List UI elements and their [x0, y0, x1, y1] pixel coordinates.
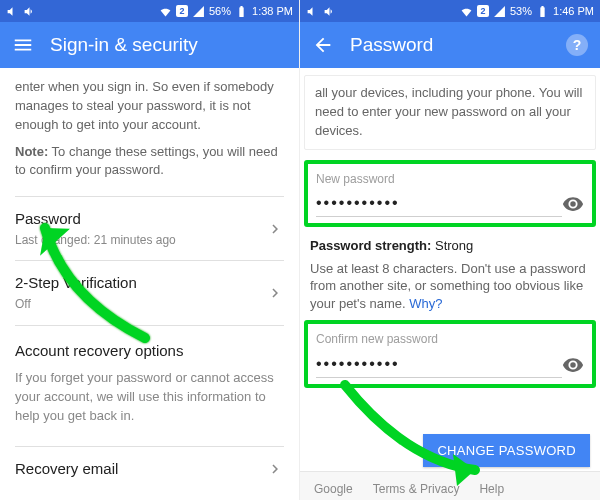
new-password-input[interactable] [316, 192, 562, 217]
settings-list: Password Last changed: 21 minutes ago 2-… [15, 196, 284, 325]
footer-help-link[interactable]: Help [479, 481, 504, 498]
signal-icon [493, 5, 506, 18]
page-title: Password [350, 34, 433, 56]
screen-sign-in-security: 2 56% 1:38 PM Sign-in & security enter w… [0, 0, 300, 500]
confirm-password-field: Confirm new password [304, 320, 596, 387]
battery-icon [536, 5, 549, 18]
signal-icon [192, 5, 205, 18]
status-bar: 2 56% 1:38 PM [0, 0, 299, 22]
item-subtitle: Off [15, 296, 137, 313]
wifi-icon [460, 5, 473, 18]
list-item-recovery-email[interactable]: Recovery email [15, 446, 284, 491]
item-title: Password [15, 208, 176, 230]
status-bar: 2 53% 1:46 PM [300, 0, 600, 22]
clock-text: 1:38 PM [252, 5, 293, 17]
content-area: enter when you sign in. So even if someb… [0, 68, 299, 500]
item-title: 2-Step Verification [15, 272, 137, 294]
page-title: Sign-in & security [50, 34, 198, 56]
back-icon[interactable] [312, 34, 334, 56]
menu-icon[interactable] [12, 34, 34, 56]
recovery-heading: Account recovery options [15, 340, 284, 362]
confirm-password-input[interactable] [316, 353, 562, 378]
info-text: all your devices, including your phone. … [315, 85, 582, 138]
screen-password: 2 53% 1:46 PM Password ? all your device… [300, 0, 600, 500]
sim-indicator: 2 [176, 5, 188, 17]
help-icon[interactable]: ? [566, 34, 588, 56]
sim-indicator: 2 [477, 5, 489, 17]
volume-icon [23, 5, 36, 18]
battery-text: 53% [510, 5, 532, 17]
item-title: Recovery email [15, 458, 118, 480]
item-subtitle: Last changed: 21 minutes ago [15, 232, 176, 249]
list-item-2step[interactable]: 2-Step Verification Off [15, 260, 284, 325]
intro-text: enter when you sign in. So even if someb… [15, 78, 284, 135]
why-link[interactable]: Why? [409, 296, 442, 311]
visibility-icon[interactable] [562, 354, 584, 376]
field-label: Confirm new password [316, 331, 584, 348]
clock-text: 1:46 PM [553, 5, 594, 17]
app-bar: Sign-in & security [0, 22, 299, 68]
wifi-icon [159, 5, 172, 18]
field-label: New password [316, 171, 584, 188]
password-hint: Use at least 8 characters. Don't use a p… [310, 260, 590, 313]
chevron-right-icon [266, 460, 284, 478]
chevron-right-icon [266, 220, 284, 238]
password-strength: Password strength: Strong [310, 237, 590, 256]
list-item-password[interactable]: Password Last changed: 21 minutes ago [15, 196, 284, 260]
app-bar: Password ? [300, 22, 600, 68]
chevron-right-icon [266, 284, 284, 302]
battery-text: 56% [209, 5, 231, 17]
volume-icon [323, 5, 336, 18]
footer-terms-link[interactable]: Terms & Privacy [373, 481, 460, 498]
content-area: all your devices, including your phone. … [300, 75, 600, 500]
new-password-field: New password [304, 160, 596, 227]
footer-links: Google Terms & Privacy Help [300, 471, 600, 500]
note-text: Note: To change these settings, you will… [15, 143, 284, 181]
footer-google-link[interactable]: Google [314, 481, 353, 498]
speaker-icon [306, 5, 319, 18]
visibility-icon[interactable] [562, 193, 584, 215]
info-box: all your devices, including your phone. … [304, 75, 596, 150]
change-password-button[interactable]: CHANGE PASSWORD [423, 434, 590, 467]
battery-icon [235, 5, 248, 18]
recovery-text: If you forget your password or cannot ac… [15, 369, 284, 426]
speaker-icon [6, 5, 19, 18]
